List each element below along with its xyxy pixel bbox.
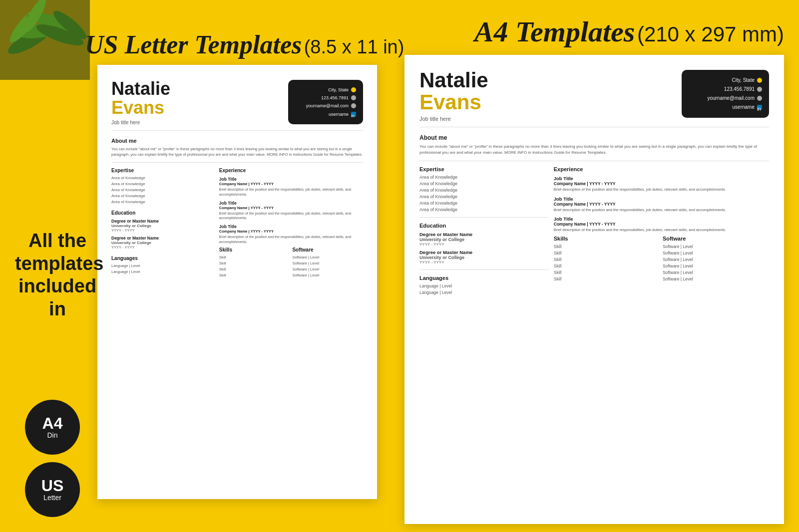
a4-expertise-title: Expertise [419,166,549,172]
us-name-last: Evans [111,98,170,118]
a4-contact-box: City, State 123.456.7891 yourname@mail.c… [682,70,769,118]
us-job-3-title: Job Title [219,224,363,229]
badge-us: US Letter [25,462,80,517]
us-software-col: Software Software | Level Software | Lev… [292,247,363,279]
email-icon [351,103,356,108]
us-edu-year-2: YYYY - YYYY [111,245,214,250]
a4-skills-title: Skills [554,236,660,242]
badge-a4-sub: Din [47,431,57,439]
a4-expertise-5: Area of Knowledge [419,201,549,206]
a4-two-col: Expertise Area of Knowledge Area of Know… [419,166,769,296]
us-contact-city: City, State [295,86,356,94]
a4-job-1-company: Company Name | YYYY - YYYY [554,181,769,186]
us-job-2-desc: Brief description of the position and th… [219,211,363,221]
us-letter-title-script: US Letter Templates [85,30,302,59]
us-expertise-2: Area of Knowledge [111,182,214,186]
a4-education-title: Education [419,223,549,229]
a4-expertise-3: Area of Knowledge [419,188,549,193]
us-job-1-company: Company Name | YYYY - YYYY [219,182,363,186]
a4-name-block: Natalie Evans Job title here [419,70,488,122]
us-about-text: You can include "about me" or "profile" … [111,146,363,158]
us-col-right: Experience Job Title Company Name | YYYY… [219,168,363,279]
us-two-col: Expertise Area of Knowledge Area of Know… [111,168,363,279]
us-skills-software: Skills Skill Skill Skill Skill Software … [219,247,363,279]
plant-decoration [0,0,90,80]
linkedin-icon: in [351,112,356,117]
us-languages-title: Languages [111,256,214,261]
a4-skill-2: Skill [554,251,660,256]
a4-expertise-6: Area of Knowledge [419,207,549,212]
us-experience-title: Experience [219,168,363,173]
a4-software-5: Software | Level [663,270,769,275]
us-job-1-title: Job Title [219,177,363,182]
us-expertise-3: Area of Knowledge [111,188,214,192]
header-left: US Letter Templates (8.5 x 11 in) [85,30,404,59]
a4-job-2-title: Job Title [554,196,769,202]
a4-languages-title: Languages [419,275,549,281]
a4-software-6: Software | Level [663,276,769,281]
a4-expertise-4: Area of Knowledge [419,194,549,199]
a4-resume-header: Natalie Evans Job title here City, State… [419,70,769,122]
a4-software-2: Software | Level [663,251,769,256]
us-software-title: Software [292,247,363,253]
a4-software-4: Software | Level [663,264,769,268]
a4-edu-year-1: YYYY - YYYY [419,242,549,247]
us-skill-1: Skill [219,255,290,260]
us-name-block: Natalie Evans Job title here [111,80,170,125]
us-lang-2: Language | Level [111,269,214,274]
a4-job-3-title: Job Title [554,216,769,222]
us-edu-uni-2: University or College [111,241,214,245]
us-job-title: Job title here [111,120,170,125]
us-job-3-company: Company Name | YYYY - YYYY [219,229,363,234]
a4-software-title: Software [663,236,769,242]
badge-us-sub: Letter [43,494,61,502]
a4-about-title: About me [419,134,769,141]
a4-edu-degree-1: Degree or Master Name [419,232,549,237]
a4-expertise-2: Area of Knowledge [419,181,549,186]
badge-a4-title: A4 [42,415,63,431]
a4-lang-1: Language | Level [419,283,549,288]
a4-about-text: You can include "about me" or "profile" … [419,144,769,156]
a4-divider-2 [419,161,769,161]
us-contact-box: City, State 123.456.7891 yourname@mail.c… [288,80,363,124]
resume-us-card: Natalie Evans Job title here City, State… [97,65,377,499]
a4-job-1-title: Job Title [554,176,769,181]
us-about-title: About me [111,138,363,144]
a4-title-size: (210 x 297 mm) [637,22,784,46]
a4-experience-title: Experience [554,166,769,172]
us-expertise-4: Area of Knowledge [111,194,214,198]
us-edu-degree-1: Degree or Master Name [111,219,214,224]
a4-skill-1: Skill [554,244,660,249]
us-job-1-desc: Brief description of the position and th… [219,187,363,197]
a4-email-icon [757,96,762,101]
a4-contact-social: username in [689,103,762,112]
a4-linkedin-icon: in [757,105,762,110]
a4-col-left: Expertise Area of Knowledge Area of Know… [419,166,549,296]
a4-skills-col: Skills Skill Skill Skill Skill Skill Ski… [554,236,660,283]
a4-job-2-desc: Brief description of the position and th… [554,208,769,213]
us-divider-2 [111,162,363,163]
us-software-2: Software | Level [292,261,363,266]
a4-job-1-desc: Brief description of the position and th… [554,187,769,193]
a4-phone-icon [757,87,762,92]
a4-lang-2: Language | Level [419,290,549,295]
us-contact-social: username in [295,110,356,118]
a4-contact-phone: 123.456.7891 [689,85,762,94]
us-edu-degree-2: Degree or Master Name [111,236,214,241]
a4-job-2-company: Company Name | YYYY - YYYY [554,202,769,207]
a4-contact-city: City, State [689,76,762,85]
us-skill-3: Skill [219,267,290,271]
a4-software-col: Software Software | Level Software | Lev… [663,236,769,283]
a4-divider-edu [419,217,549,218]
a4-expertise-1: Area of Knowledge [419,175,549,180]
a4-skill-4: Skill [554,264,660,268]
phone-icon [351,95,356,100]
a4-edu-uni-2: University or College [419,255,549,260]
a4-skill-3: Skill [554,257,660,262]
us-skills-title: Skills [219,247,290,253]
a4-edu-year-2: YYYY - YYYY [419,260,549,265]
us-name-first: Natalie [111,80,170,98]
us-skills-col: Skills Skill Skill Skill Skill [219,247,290,279]
us-software-4: Software | Level [292,273,363,277]
a4-name-first: Natalie [419,70,488,91]
